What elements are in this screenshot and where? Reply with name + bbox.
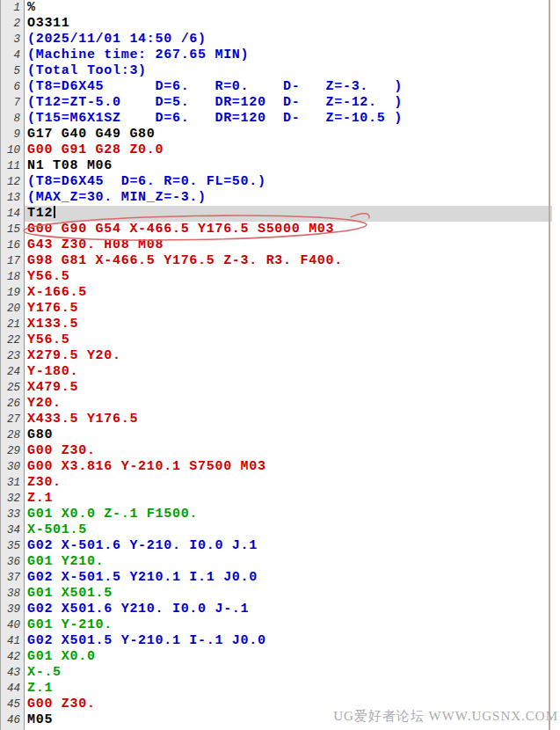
line-number[interactable]: 32	[1, 491, 25, 507]
line-number[interactable]: 3	[1, 32, 25, 47]
code-line[interactable]: G02 X501.5 Y-210.1 I-.1 J0.0	[25, 633, 560, 649]
code-line[interactable]: G01 X0.0 Z-.1 F1500.	[25, 507, 560, 522]
line-number[interactable]: 38	[1, 586, 25, 602]
code-line[interactable]: G01 Y-210.	[25, 617, 560, 633]
line-row: 8 (T15=M6X1SZ D=6. DR=120 D- Z=-10.5 )	[1, 111, 560, 127]
code-line[interactable]: (MAX_Z=30. MIN_Z=-3.)	[25, 190, 560, 206]
line-number[interactable]: 42	[1, 649, 25, 665]
code-line[interactable]: O3311	[25, 16, 560, 32]
line-number[interactable]: 5	[1, 63, 25, 79]
line-number[interactable]: 29	[1, 443, 25, 459]
code-line[interactable]: (2025/11/01 14:50 /6)	[25, 32, 560, 47]
line-number[interactable]: 7	[1, 95, 25, 111]
code-line[interactable]: X-166.5	[25, 285, 560, 301]
line-number[interactable]: 1	[1, 0, 25, 16]
line-number[interactable]: 15	[1, 222, 25, 237]
code-line[interactable]: Y-180.	[25, 364, 560, 380]
line-row: 14 T12	[1, 206, 560, 222]
line-number[interactable]: 11	[1, 158, 25, 174]
line-number[interactable]: 46	[1, 712, 25, 728]
code-line[interactable]: G98 G81 X-466.5 Y176.5 Z-3. R3. F400.	[25, 253, 560, 269]
line-number[interactable]: 18	[1, 269, 25, 285]
line-number[interactable]: 34	[1, 522, 25, 538]
line-number[interactable]: 28	[1, 427, 25, 443]
code-line[interactable]: Z30.	[25, 475, 560, 491]
line-number[interactable]: 31	[1, 475, 25, 491]
line-number[interactable]: 21	[1, 317, 25, 332]
code-line[interactable]: G01 X501.5	[25, 586, 560, 602]
line-number[interactable]: 30	[1, 459, 25, 475]
line-number[interactable]: 12	[1, 174, 25, 190]
code-line[interactable]: (T15=M6X1SZ D=6. DR=120 D- Z=-10.5 )	[25, 111, 560, 127]
code-line[interactable]: Y56.5	[25, 332, 560, 348]
code-line[interactable]: X-501.5	[25, 522, 560, 538]
line-number[interactable]: 37	[1, 570, 25, 586]
line-row: 32 Z.1	[1, 491, 560, 507]
line-number[interactable]: 41	[1, 633, 25, 649]
line-number[interactable]: 36	[1, 554, 25, 570]
line-number[interactable]: 27	[1, 412, 25, 427]
line-number[interactable]: 25	[1, 380, 25, 396]
code-line[interactable]: X433.5 Y176.5	[25, 412, 560, 427]
line-number[interactable]: 23	[1, 348, 25, 364]
line-row: 36 G01 Y210.	[1, 554, 560, 570]
line-number[interactable]: 9	[1, 127, 25, 142]
code-line[interactable]: Y56.5	[25, 269, 560, 285]
line-row: 16 G43 Z30. H08 M08	[1, 237, 560, 253]
line-number[interactable]: 13	[1, 190, 25, 206]
line-number[interactable]: 33	[1, 507, 25, 522]
code-line[interactable]: G02 X501.6 Y210. I0.0 J-.1	[25, 602, 560, 617]
line-number[interactable]: 20	[1, 301, 25, 317]
line-number[interactable]: 26	[1, 396, 25, 412]
line-number[interactable]: 22	[1, 332, 25, 348]
code-line[interactable]: G00 X3.816 Y-210.1 S7500 M03	[25, 459, 560, 475]
line-number[interactable]: 44	[1, 681, 25, 697]
code-line[interactable]: N1 T08 M06	[25, 158, 560, 174]
code-line[interactable]: (T12=ZT-5.0 D=5. DR=120 D- Z=-12. )	[25, 95, 560, 111]
code-line[interactable]: X479.5	[25, 380, 560, 396]
line-number[interactable]: 19	[1, 285, 25, 301]
code-line[interactable]: G17 G40 G49 G80	[25, 127, 560, 142]
code-line[interactable]: X133.5	[25, 317, 560, 332]
line-row: 33 G01 X0.0 Z-.1 F1500.	[1, 507, 560, 522]
line-number[interactable]: 2	[1, 16, 25, 32]
code-line[interactable]: (T8=D6X45 D=6. R=0. D- Z=-3. )	[25, 79, 560, 95]
line-number[interactable]: 6	[1, 79, 25, 95]
line-number[interactable]: 17	[1, 253, 25, 269]
code-line[interactable]: G00 G90 G54 X-466.5 Y176.5 S5000 M03	[25, 222, 560, 237]
code-line[interactable]: G01 Y210.	[25, 554, 560, 570]
code-line[interactable]: G00 Z30.	[25, 443, 560, 459]
line-number[interactable]: 14	[1, 206, 25, 222]
line-number[interactable]: 43	[1, 665, 25, 681]
line-number[interactable]: 39	[1, 602, 25, 617]
code-line[interactable]: G43 Z30. H08 M08	[25, 237, 560, 253]
line-number[interactable]: 24	[1, 364, 25, 380]
code-line[interactable]: (Total Tool:3)	[25, 63, 560, 79]
code-line[interactable]: X-.5	[25, 665, 560, 681]
code-line[interactable]: Y20.	[25, 396, 560, 412]
line-row: 26 Y20.	[1, 396, 560, 412]
code-line[interactable]: G00 G91 G28 Z0.0	[25, 142, 560, 158]
text-caret	[54, 206, 55, 218]
code-line[interactable]: (T8=D6X45 D=6. R=0. FL=50.)	[25, 174, 560, 190]
line-number[interactable]: 35	[1, 538, 25, 554]
line-number[interactable]: 10	[1, 142, 25, 158]
line-number[interactable]: 40	[1, 617, 25, 633]
line-row: 43 X-.5	[1, 665, 560, 681]
code-line[interactable]: G80	[25, 427, 560, 443]
code-line[interactable]: Z.1	[25, 681, 560, 697]
code-line[interactable]: Y176.5	[25, 301, 560, 317]
code-line[interactable]: T12	[25, 206, 552, 222]
code-line[interactable]: Z.1	[25, 491, 560, 507]
code-line[interactable]: G02 X-501.5 Y210.1 I.1 J0.0	[25, 570, 560, 586]
code-line[interactable]: (Machine time: 267.65 MIN)	[25, 47, 560, 63]
line-number[interactable]: 45	[1, 697, 25, 712]
code-line[interactable]: %	[25, 0, 560, 16]
line-number[interactable]: 16	[1, 237, 25, 253]
code-line[interactable]: G01 X0.0	[25, 649, 560, 665]
line-number[interactable]: 8	[1, 111, 25, 127]
line-number[interactable]: 4	[1, 47, 25, 63]
code-line[interactable]: X279.5 Y20.	[25, 348, 560, 364]
gcode-editor[interactable]: 1 % 2 O3311 3 (2025/11/01 14:50 /6) 4 (M…	[0, 0, 560, 730]
code-line[interactable]: G02 X-501.6 Y-210. I0.0 J.1	[25, 538, 560, 554]
